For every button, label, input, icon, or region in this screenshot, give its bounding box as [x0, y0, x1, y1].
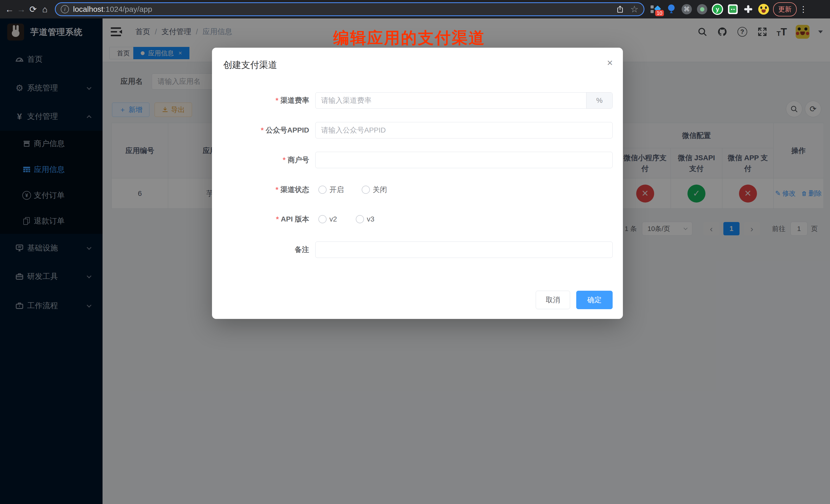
channel-status-label: * 渠道状态 — [212, 182, 309, 198]
address-bar[interactable]: i localhost :1024/pay/app ☆ — [55, 2, 644, 16]
extension-recorder-icon[interactable] — [696, 3, 708, 15]
merchant-no-label: * 商户号 — [212, 152, 309, 168]
extension-cmd-icon[interactable]: ⌘ — [681, 3, 693, 15]
required-asterisk: * — [261, 126, 264, 134]
url-host: localhost — [73, 5, 103, 13]
remark-input[interactable] — [315, 242, 613, 258]
radio-api-v3-label[interactable]: v3 — [367, 215, 375, 223]
browser-menu-icon[interactable]: ⋮ — [799, 4, 807, 14]
cancel-button[interactable]: 取消 — [536, 291, 570, 309]
required-asterisk: * — [276, 96, 278, 104]
rate-input-group: % — [315, 92, 613, 109]
remark-label: 备注 — [212, 242, 309, 258]
browser-back-icon[interactable]: ← — [4, 3, 15, 15]
browser-reload-icon[interactable]: ⟳ — [27, 3, 39, 15]
browser-home-icon[interactable]: ⌂ — [39, 3, 51, 15]
radio-status-off-label[interactable]: 关闭 — [373, 186, 387, 194]
appid-input[interactable] — [315, 122, 613, 138]
create-pay-channel-dialog: 创建支付渠道 ✕ * 渠道费率 % * 公众号APPID * 商户号 — [212, 48, 623, 319]
extension-y-icon[interactable]: y — [711, 3, 723, 15]
required-asterisk: * — [276, 215, 279, 223]
radio-api-v3[interactable] — [356, 215, 364, 223]
annotation-text: 编辑应用的支付渠道 — [333, 27, 485, 49]
merchant-no-input[interactable] — [315, 152, 613, 168]
extension-badge: 10 — [655, 10, 664, 16]
percent-suffix: % — [586, 93, 612, 108]
radio-status-on[interactable] — [318, 186, 326, 194]
appid-label: * 公众号APPID — [212, 122, 309, 138]
screenshot-root: ← → ⟳ ⌂ i localhost :1024/pay/app ☆ 10 — [0, 0, 830, 504]
api-version-label: * API 版本 — [212, 211, 309, 227]
required-asterisk: * — [276, 186, 278, 194]
url-path: :1024/pay/app — [103, 5, 152, 13]
browser-update-button[interactable]: 更新 — [773, 2, 797, 17]
extension-chat-icon[interactable] — [727, 3, 739, 15]
extension-devtool-icon[interactable]: 10 — [650, 3, 662, 15]
dialog-title: 创建支付渠道 — [223, 59, 277, 71]
radio-api-v2-label[interactable]: v2 — [329, 215, 337, 223]
extension-emoji-avatar[interactable] — [758, 3, 769, 15]
extension-balloon-icon[interactable] — [665, 3, 677, 15]
dialog-close-icon[interactable]: ✕ — [607, 58, 613, 67]
browser-forward-icon[interactable]: → — [15, 3, 27, 15]
required-asterisk: * — [283, 156, 286, 164]
extension-toolbar: 10 ⌘ y — [650, 3, 769, 15]
site-info-icon[interactable]: i — [61, 5, 69, 13]
extensions-puzzle-icon[interactable] — [742, 3, 754, 15]
browser-chrome: ← → ⟳ ⌂ i localhost :1024/pay/app ☆ 10 — [0, 0, 830, 19]
radio-status-on-label[interactable]: 开启 — [329, 186, 344, 194]
share-icon[interactable] — [614, 4, 626, 15]
app-viewport: 芋道管理系统 首页 ⚙ 系统管理 ¥ 支付管理 — [0, 19, 830, 504]
rate-input[interactable] — [316, 93, 586, 108]
rate-label: * 渠道费率 — [212, 92, 309, 109]
confirm-button[interactable]: 确定 — [576, 291, 613, 309]
radio-api-v2[interactable] — [318, 215, 326, 223]
radio-status-off[interactable] — [362, 186, 370, 194]
bookmark-star-icon[interactable]: ☆ — [630, 4, 639, 14]
